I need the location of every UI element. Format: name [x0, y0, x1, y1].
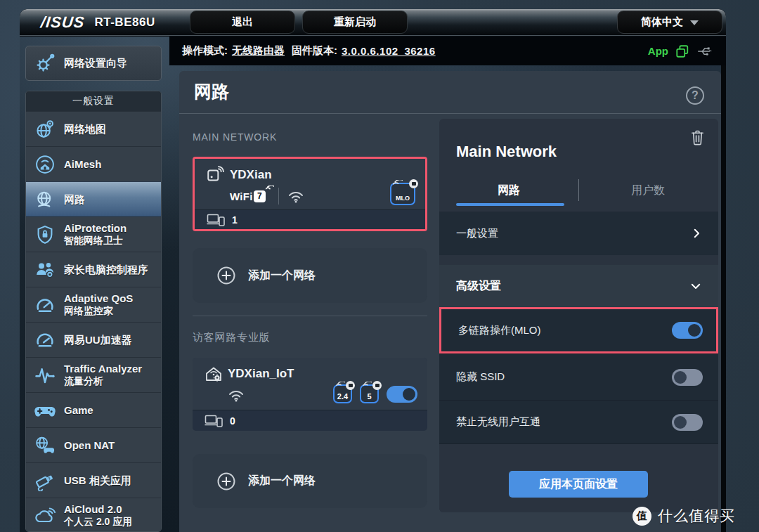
general-settings-label: 一般设置 [456, 227, 498, 240]
app-qr-icon[interactable] [675, 44, 689, 58]
general-settings-row[interactable]: 一般设置 [439, 212, 718, 255]
add-network-button[interactable]: 添加一个网络 [193, 248, 427, 303]
network-card-guest[interactable]: YDXian_IoT [193, 358, 427, 431]
sidebar-item-usb-apps[interactable]: USB 相关应用 [26, 462, 161, 498]
smzdm-logo-icon: 值 [632, 507, 651, 526]
accelerator-gauge-icon [32, 327, 58, 353]
page-title: 网路 [194, 80, 229, 103]
client-devices-icon [205, 414, 223, 428]
plus-circle-icon [216, 472, 236, 491]
client-count: 0 [230, 415, 235, 427]
ssid-name: YDXian [230, 168, 272, 182]
router-admin-window: /ISUS RT-BE86U 退出 重新启动 简体中文 操作模式: 无线路由器 … [20, 9, 726, 532]
wifi7-logo: WiFi [230, 190, 253, 202]
asus-logo: /ISUS [40, 13, 86, 32]
sidebar-item-parental-controls[interactable]: 家长电脑控制程序 [26, 252, 161, 287]
add-guest-network-button[interactable]: 添加一个网络 [193, 454, 427, 508]
delete-network-icon[interactable] [689, 129, 706, 146]
ap-isolation-toggle[interactable] [672, 414, 703, 431]
guest-network-section-label: 访客网路专业版 [193, 331, 271, 344]
sidebar-item-label: 网路 [64, 193, 85, 205]
top-navbar: /ISUS RT-BE86U 退出 重新启动 简体中文 [20, 9, 726, 36]
add-network-label: 添加一个网络 [248, 268, 316, 283]
card-divider [278, 188, 279, 205]
band-arcs-icon [363, 382, 372, 389]
wifi-signal-icon [287, 190, 304, 203]
lock-icon [346, 381, 355, 390]
gauge-icon [32, 292, 58, 318]
waveform-icon [32, 362, 58, 389]
client-count: 1 [232, 214, 238, 226]
sidebar-item-label: 网易UU加速器 [64, 334, 132, 346]
open-nat-icon [32, 432, 58, 459]
sidebar-item-label: 家长电脑控制程序 [64, 264, 148, 275]
shield-lock-icon [32, 221, 58, 248]
lock-icon [372, 381, 382, 390]
logout-button[interactable]: 退出 [190, 11, 295, 34]
chevron-right-icon [690, 227, 703, 240]
tab-users[interactable]: 用户数 [578, 183, 718, 198]
sidebar-item-label: Open NAT [64, 439, 115, 451]
plus-circle-icon [216, 266, 236, 285]
add-network-label: 添加一个网络 [248, 474, 316, 488]
sidebar-item-open-nat[interactable]: Open NAT [26, 427, 161, 462]
sidebar-item-label: Traffic Analyzer [64, 363, 142, 375]
wizard-gear-icon [32, 50, 58, 77]
sidebar-item-adaptive-qos[interactable]: Adaptive QoS网络监控家 [26, 287, 161, 322]
guest-network-toggle[interactable] [387, 386, 417, 403]
ssid-name: YDXian_IoT [228, 367, 294, 381]
operation-mode-value[interactable]: 无线路由器 [232, 44, 285, 58]
mlo-setting-row: 多链路操作(MLO) [439, 307, 718, 353]
apply-zone: 应用本页面设置 [439, 443, 718, 512]
firmware-label: 固件版本: [292, 44, 337, 58]
advanced-settings-label: 高级设置 [456, 279, 501, 294]
mlo-label: 多链路操作(MLO) [458, 324, 541, 337]
sidebar-item-uu-accelerator[interactable]: 网易UU加速器 [26, 322, 161, 357]
sidebar-item-network[interactable]: 网路 [26, 181, 161, 216]
sidebar-item-label: AiCloud 2.0 [64, 503, 122, 515]
window-body: 操作模式: 无线路由器 固件版本: 3.0.0.6.102_36216 App [20, 37, 726, 532]
wifi-signal-icon [228, 389, 245, 402]
language-label: 简体中文 [641, 15, 683, 29]
sidebar-item-label: USB 相关应用 [64, 474, 131, 486]
tab-network[interactable]: 网路 [439, 183, 578, 198]
language-dropdown[interactable]: 简体中文 [617, 11, 722, 34]
reboot-button[interactable]: 重新启动 [302, 11, 408, 34]
section-divider [193, 316, 427, 316]
wizard-label: 网络设置向导 [64, 57, 127, 70]
window-right-edge [721, 37, 726, 532]
cloud-icon [32, 502, 58, 529]
hide-ssid-toggle[interactable] [672, 369, 703, 386]
sidebar-item-aicloud[interactable]: AiCloud 2.0个人云 2.0 应用 [26, 498, 161, 532]
sidebar-item-label: AiMesh [64, 158, 101, 170]
sidebar-item-game[interactable]: Game [26, 392, 161, 427]
sidebar-item-aimesh[interactable]: AiMesh [26, 146, 161, 181]
sidebar-item-aiprotection[interactable]: AiProtection智能网络卫士 [26, 216, 161, 252]
mlo-toggle[interactable] [672, 322, 703, 339]
broadcast-icon [206, 166, 224, 184]
sidebar-item-label: AiProtection [64, 222, 126, 234]
model-name: RT-BE86U [94, 15, 155, 30]
usb-status-icon [696, 45, 713, 58]
advanced-settings-row[interactable]: 高级设置 [439, 265, 718, 307]
sidebar-item-traffic-analyzer[interactable]: Traffic Analyzer流量分析 [26, 357, 161, 392]
main-content-panel: 网路 ? MAIN NETWORK [179, 71, 721, 532]
mlo-badge: MLO [390, 183, 415, 205]
network-card-main[interactable]: YDXian WiFi 7 [193, 157, 427, 231]
sidebar-item-setup-wizard[interactable]: 网络设置向导 [25, 46, 162, 81]
help-icon[interactable]: ? [686, 86, 704, 105]
screenshot-root: /ISUS RT-BE86U 退出 重新启动 简体中文 操作模式: 无线路由器 … [0, 0, 759, 532]
network-globe-icon [32, 186, 58, 213]
firmware-version-link[interactable]: 3.0.0.6.102_36216 [342, 45, 436, 57]
aimesh-icon [32, 151, 58, 178]
app-link[interactable]: App [648, 45, 668, 57]
sidebar-item-network-map[interactable]: 网络地图 [26, 111, 161, 146]
apply-button[interactable]: 应用本页面设置 [509, 471, 648, 498]
detail-tabs: 网路 用户数 [439, 178, 718, 209]
sidebar-item-label: Adaptive QoS [64, 292, 133, 304]
main-network-section-label: MAIN NETWORK [193, 131, 277, 143]
card-footer: 0 [193, 410, 427, 431]
band-5ghz-badge: 5 [360, 384, 379, 403]
detail-panel-title: Main Network [456, 143, 557, 161]
mlo-arcs-icon [393, 180, 403, 188]
